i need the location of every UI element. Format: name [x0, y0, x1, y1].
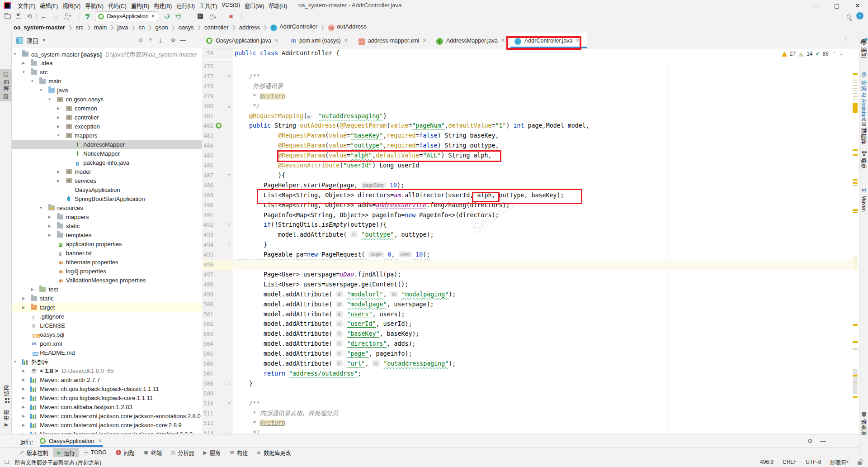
- tree-row-templates[interactable]: ▶templates: [12, 230, 202, 239]
- indent-style[interactable]: 制表符*: [830, 458, 849, 466]
- tree-row-static[interactable]: ▶static: [12, 294, 202, 303]
- breadcrumb-item-oasys[interactable]: oasys: [179, 24, 194, 31]
- tree-row-cn.gson.oasys[interactable]: ▼cn.gson.oasys: [12, 95, 202, 104]
- menu-2[interactable]: 视图(V): [60, 0, 83, 11]
- open-icon[interactable]: [4, 12, 12, 20]
- tree-row-common[interactable]: ▶common: [12, 104, 202, 113]
- tree-row-controller[interactable]: ▶controller: [12, 113, 202, 122]
- tree-row-mavencom.fasterxml.jackson.corejackson-databind2.8.9[interactable]: ▶Maven: com.fasterxml.jackson.core:jacks…: [12, 429, 202, 434]
- breadcrumb-item-address[interactable]: address: [239, 24, 260, 31]
- chevron-expanded-icon[interactable]: ▼: [21, 70, 26, 74]
- tree-row-src[interactable]: ▼src: [12, 67, 202, 76]
- chevron-expanded-icon[interactable]: ▼: [30, 79, 34, 83]
- tree-row-springbootstartapplication[interactable]: CSpringBootStartApplication: [12, 194, 202, 203]
- menu-8[interactable]: 工具(T): [197, 0, 219, 11]
- profiler-icon[interactable]: ◷▾: [209, 12, 217, 20]
- editor-tab-AddressMapper.java[interactable]: IAddressMapper.java✕: [432, 33, 510, 48]
- right-strip-bell[interactable]: 通知: [859, 39, 868, 58]
- fold-marker[interactable]: △: [227, 101, 231, 111]
- fold-marker[interactable]: ▽: [227, 399, 231, 409]
- panel-settings-icon[interactable]: ⚙: [170, 37, 177, 44]
- tree-row-mappers[interactable]: ▶mappers: [12, 212, 202, 221]
- editor-tab-pom.xmloasys[interactable]: mpom.xml (oasys)✕: [287, 33, 354, 48]
- chevron-collapsed-icon[interactable]: ▶: [21, 396, 26, 400]
- menu-1[interactable]: 编辑(E): [38, 0, 60, 11]
- forward-icon[interactable]: →: [52, 12, 60, 20]
- chevron-collapsed-icon[interactable]: ▶: [21, 61, 26, 65]
- close-icon[interactable]: ✕: [422, 38, 426, 43]
- bottom-tool-terminal[interactable]: ▣终端: [139, 448, 166, 457]
- menu-4[interactable]: 代码(C): [106, 0, 129, 11]
- tree-row-target[interactable]: ▶target: [12, 303, 202, 312]
- tab-options-icon[interactable]: ⋮: [843, 37, 848, 43]
- tree-row-readme.md[interactable]: MDREADME.md: [12, 348, 202, 357]
- tree-row-services[interactable]: ▶services: [12, 176, 202, 185]
- chevron-expanded-icon[interactable]: ▼: [39, 206, 43, 210]
- chevron-collapsed-icon[interactable]: ▶: [47, 224, 52, 228]
- tree-row-mavench.qos.logbacklogback-core1.1.11[interactable]: ▶Maven: ch.qos.logback:logback-core:1.1.…: [12, 393, 202, 402]
- expand-all-icon[interactable]: ⤒: [147, 37, 154, 44]
- locate-file-icon[interactable]: ⊙: [137, 37, 144, 44]
- chevron-expanded-icon[interactable]: ▼: [39, 88, 43, 92]
- tool-window-bookmarks-button[interactable]: 书签 ⚑: [0, 409, 12, 429]
- bottom-tool-problem[interactable]: !问题: [111, 448, 139, 457]
- tree-row-mavencom.fasterxml.jackson.corejackson-annotations2.8.0[interactable]: ▶Maven: com.fasterxml.jackson.core:jacks…: [12, 411, 202, 420]
- breadcrumb-item-src[interactable]: src: [75, 24, 83, 31]
- chevron-collapsed-icon[interactable]: ▶: [47, 233, 52, 237]
- breadcrumb-item-java[interactable]: java: [117, 24, 128, 31]
- menu-3[interactable]: 导航(N): [83, 0, 106, 11]
- chevron-collapsed-icon[interactable]: ▶: [56, 124, 61, 129]
- next-issue-icon[interactable]: ⌄: [839, 52, 843, 56]
- tree-row-oasys.sql[interactable]: SQLoasys.sql: [12, 330, 202, 339]
- chevron-collapsed-icon[interactable]: ▶: [56, 115, 61, 119]
- fold-marker[interactable]: △: [227, 428, 231, 434]
- right-strip-shield[interactable]: 依赖项: [859, 412, 868, 435]
- breadcrumb-item-cn[interactable]: cn: [138, 24, 145, 31]
- right-strip-maven[interactable]: mMaven: [859, 186, 868, 212]
- code-editor[interactable]: 476477▽ /**478 外部通讯录479 * @return480△ */…: [202, 60, 859, 434]
- chevron-collapsed-icon[interactable]: ▶: [21, 296, 26, 300]
- editor-tab-address-mapper.xml[interactable]: </>address-mapper.xml✕: [354, 33, 432, 48]
- bottom-tool-profiler[interactable]: ◷分析器: [166, 448, 199, 457]
- chevron-collapsed-icon[interactable]: ▶: [47, 215, 52, 219]
- caret-position[interactable]: 496:9: [760, 459, 774, 465]
- build-hammer-icon[interactable]: [84, 12, 92, 20]
- tree-row-[interactable]: ▼外部库: [12, 357, 202, 366]
- right-strip-db[interactable]: 数据库: [859, 119, 868, 144]
- breadcrumb-item-outAddress[interactable]: moutAddress: [328, 23, 367, 31]
- chevron-collapsed-icon[interactable]: ▶: [21, 378, 26, 382]
- save-icon[interactable]: [14, 12, 23, 20]
- coverage-icon[interactable]: [196, 12, 204, 20]
- tree-row-pom.xml[interactable]: mpom.xml: [12, 339, 202, 348]
- tree-row-mavencom.fasterxml.jackson.corejackson-core2.8.9[interactable]: ▶Maven: com.fasterxml.jackson.core:jacks…: [12, 420, 202, 429]
- bottom-tool-dbchanges[interactable]: ≋数据库更改: [252, 448, 295, 457]
- error-stripe[interactable]: [852, 60, 859, 434]
- close-icon[interactable]: ✕: [501, 38, 505, 43]
- chevron-collapsed-icon[interactable]: ▶: [56, 170, 61, 174]
- prev-issue-icon[interactable]: ⌃: [832, 52, 836, 56]
- menu-9[interactable]: VCS(S): [219, 0, 242, 11]
- sync-icon[interactable]: ⟲: [25, 12, 33, 20]
- tool-window-project-button[interactable]: ▤ 项目 ▨: [0, 69, 12, 101]
- menu-10[interactable]: 窗口(W): [242, 0, 266, 11]
- chevron-collapsed-icon[interactable]: ▶: [56, 106, 61, 110]
- run-settings-icon[interactable]: ⚙: [807, 438, 813, 444]
- bottom-tool-build[interactable]: ⚒构建: [225, 448, 252, 457]
- tree-row-1.8[interactable]: ▶☕< 1.8 >D:\Java\jdk1.8.0_65: [12, 366, 202, 375]
- bottom-tool-services[interactable]: ▶服务: [199, 448, 225, 457]
- fold-marker[interactable]: △: [227, 379, 231, 389]
- run-configuration-select[interactable]: OasysApplication ▼: [95, 11, 158, 21]
- run-icon[interactable]: [163, 12, 171, 20]
- fold-marker[interactable]: △: [227, 240, 231, 250]
- menu-5[interactable]: 重构(R): [129, 0, 152, 11]
- breadcrumb-item-gson[interactable]: gson: [155, 24, 168, 31]
- tree-row-oasystem-masteroasys[interactable]: ▼oa_system-master [oasys]D:\java代审源码\oa_…: [12, 49, 202, 58]
- chevron-collapsed-icon[interactable]: ▶: [21, 414, 26, 418]
- tree-row-main[interactable]: ▼main: [12, 76, 202, 86]
- tree-row-validationmessages.properties[interactable]: ValidationMessages.properties: [12, 276, 202, 285]
- stop-icon[interactable]: ■: [227, 12, 235, 20]
- editor-tab-OasysApplication.java[interactable]: OasysApplication.java✕: [202, 33, 287, 48]
- chevron-collapsed-icon[interactable]: ▶: [21, 432, 26, 434]
- tree-row-banner.txt[interactable]: ≡banner.txt: [12, 248, 202, 257]
- fold-marker[interactable]: ▽: [227, 171, 231, 181]
